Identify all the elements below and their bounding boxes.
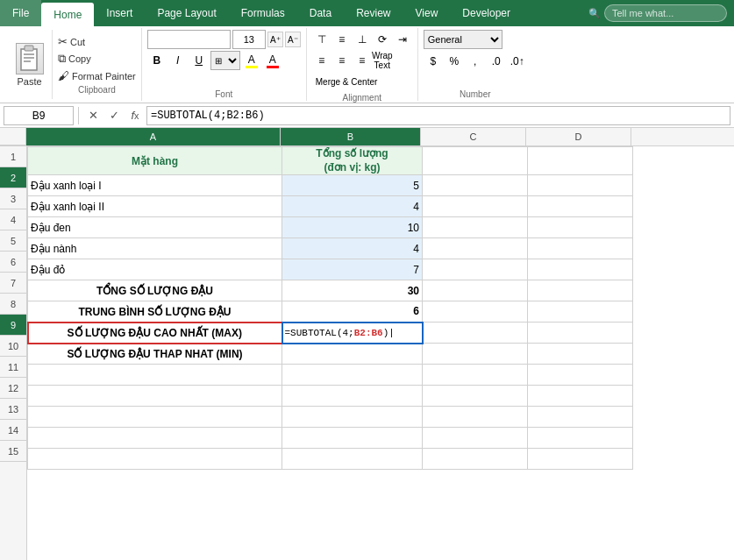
row-header-9[interactable]: 9 [0,315,26,336]
cell-b7[interactable]: 30 [282,280,423,301]
cell-d10[interactable] [528,344,633,365]
cell-c1[interactable] [423,147,528,175]
cell-a7[interactable]: TỔNG SỐ LƯỢNG ĐẬU [28,280,282,301]
cell-a6[interactable]: Đậu đỏ [28,259,282,280]
confirm-formula-button[interactable]: ✓ [104,106,124,125]
align-right-button[interactable]: ≡ [353,51,372,70]
row-header-13[interactable]: 13 [0,399,26,420]
italic-button[interactable]: I [168,51,188,70]
row-header-14[interactable]: 14 [0,420,26,441]
cell-d12[interactable] [528,386,633,407]
indent-button[interactable]: ⇥ [393,30,412,49]
cell-c9[interactable] [423,323,528,344]
align-bottom-button[interactable]: ⊥ [353,30,372,49]
cell-d14[interactable] [528,428,633,449]
cell-a4[interactable]: Đậu đen [28,217,282,238]
comma-button[interactable]: , [466,52,485,71]
row-header-11[interactable]: 11 [0,357,26,378]
cell-b3[interactable]: 4 [282,196,423,217]
cell-d8[interactable] [528,301,633,323]
cell-a5[interactable]: Đậu nành [28,238,282,259]
tab-home[interactable]: Home [41,3,94,26]
cell-c5[interactable] [423,238,528,259]
cell-d5[interactable] [528,238,633,259]
cell-d2[interactable] [528,175,633,196]
insert-function-button[interactable]: fx [125,106,145,125]
orientation-button[interactable]: ⟳ [373,30,392,49]
cell-c14[interactable] [423,428,528,449]
cell-c4[interactable] [423,217,528,238]
tab-developer[interactable]: Developer [450,0,523,26]
cell-d9[interactable] [528,323,633,344]
tab-formulas[interactable]: Formulas [229,0,297,26]
cell-a11[interactable] [28,365,282,386]
cell-b8[interactable]: 6 [282,301,423,323]
align-top-button[interactable]: ⊤ [312,30,331,49]
cell-c15[interactable] [423,449,528,470]
cell-a2[interactable]: Đậu xanh loại I [28,175,282,196]
bold-button[interactable]: B [147,51,167,70]
cell-a3[interactable]: Đậu xanh loại II [28,196,282,217]
cell-a13[interactable] [28,407,282,428]
wrap-text-button[interactable]: Wrap Text [373,51,392,70]
border-select[interactable]: ⊞ [210,51,240,70]
decrease-decimal-button[interactable]: .0↑ [508,52,527,71]
cell-c8[interactable] [423,301,528,323]
cell-d3[interactable] [528,196,633,217]
tab-review[interactable]: Review [344,0,403,26]
increase-decimal-button[interactable]: .0 [487,52,506,71]
font-size-decrease-button[interactable]: A⁻ [285,32,301,47]
cell-b15[interactable] [282,449,423,470]
cell-b11[interactable] [282,365,423,386]
cell-reference-box[interactable] [4,106,74,125]
tell-me-input[interactable] [604,4,727,22]
row-header-15[interactable]: 15 [0,441,26,462]
cell-b2[interactable]: 5 [282,175,423,196]
row-header-4[interactable]: 4 [0,209,26,230]
tab-page-layout[interactable]: Page Layout [145,0,228,26]
number-format-selector[interactable]: General [424,30,502,49]
cell-c13[interactable] [423,407,528,428]
cell-b5[interactable]: 4 [282,238,423,259]
cell-b9[interactable]: =SUBTOTAL(4;B2:B6)| [282,323,423,344]
row-header-5[interactable]: 5 [0,230,26,252]
cell-a10[interactable]: SỐ LƯỢNG ĐẬU THAP NHAT (MIN) [28,344,282,365]
row-header-2[interactable]: 2 [0,167,26,188]
cell-d11[interactable] [528,365,633,386]
cell-a8[interactable]: TRUNG BÌNH SỐ LƯỢNG ĐẬU [28,301,282,323]
cell-c11[interactable] [423,365,528,386]
col-header-a[interactable]: A [26,128,281,145]
paste-button[interactable]: Paste [7,30,53,99]
row-header-6[interactable]: 6 [0,252,26,273]
merge-center-button[interactable]: Merge & Center [312,72,381,91]
cell-b4[interactable]: 10 [282,217,423,238]
font-color-button[interactable]: A [263,51,282,70]
cell-d15[interactable] [528,449,633,470]
tab-file[interactable]: File [0,0,41,26]
align-middle-button[interactable]: ≡ [332,30,352,49]
cell-c12[interactable] [423,386,528,407]
row-header-8[interactable]: 8 [0,294,26,315]
col-header-c[interactable]: C [421,128,526,145]
cell-d6[interactable] [528,259,633,280]
currency-button[interactable]: $ [424,52,443,71]
col-header-b[interactable]: B [281,128,421,145]
tab-view[interactable]: View [403,0,451,26]
cell-d7[interactable] [528,280,633,301]
cell-b12[interactable] [282,386,423,407]
cut-button[interactable]: ✂ Cut [56,34,138,49]
font-size-selector[interactable] [232,30,266,49]
format-painter-button[interactable]: 🖌 Format Painter [56,68,138,83]
cell-b6[interactable]: 7 [282,259,423,280]
cell-c6[interactable] [423,259,528,280]
percent-button[interactable]: % [445,52,464,71]
font-size-increase-button[interactable]: A⁺ [267,32,283,47]
cell-a1[interactable]: Mặt hàng [28,147,282,175]
row-header-12[interactable]: 12 [0,378,26,399]
col-header-d[interactable]: D [526,128,631,145]
fill-color-button[interactable]: A [242,51,261,70]
cell-b10[interactable] [282,344,423,365]
cell-c7[interactable] [423,280,528,301]
cell-a9[interactable]: SỐ LƯỢNG ĐẬU CAO NHẤT (MAX) [28,323,282,344]
cell-c10[interactable] [423,344,528,365]
